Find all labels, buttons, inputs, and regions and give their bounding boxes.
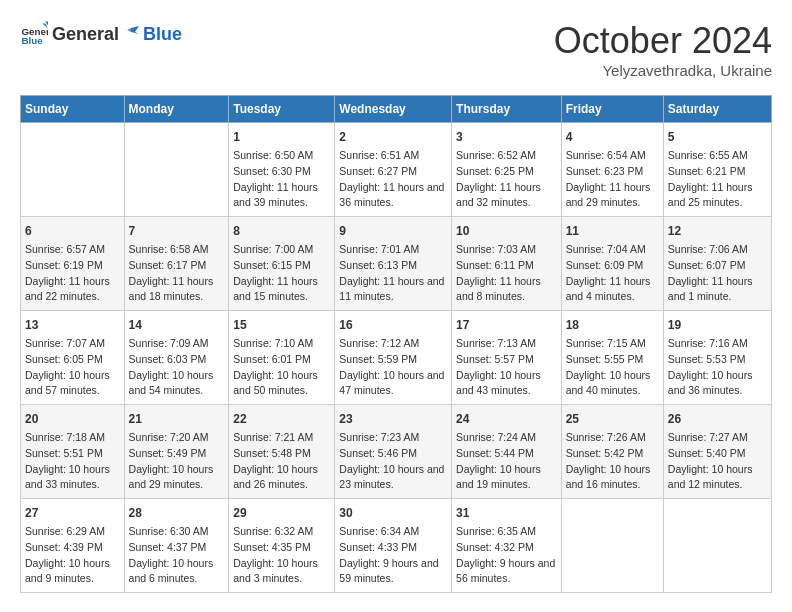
day-of-week-header: Sunday: [21, 96, 125, 123]
cell-text: Sunset: 5:53 PM: [668, 352, 767, 368]
calendar-cell: 1Sunrise: 6:50 AMSunset: 6:30 PMDaylight…: [229, 123, 335, 217]
cell-text: Daylight: 10 hours and 33 minutes.: [25, 462, 120, 494]
cell-text: Sunrise: 7:06 AM: [668, 242, 767, 258]
cell-text: Daylight: 11 hours and 36 minutes.: [339, 180, 447, 212]
cell-text: Sunset: 6:23 PM: [566, 164, 659, 180]
calendar-cell: 30Sunrise: 6:34 AMSunset: 4:33 PMDayligh…: [335, 499, 452, 593]
day-number: 30: [339, 504, 447, 522]
cell-text: Sunrise: 7:23 AM: [339, 430, 447, 446]
day-number: 24: [456, 410, 557, 428]
cell-text: Sunrise: 7:16 AM: [668, 336, 767, 352]
cell-text: Sunrise: 7:12 AM: [339, 336, 447, 352]
cell-text: Daylight: 10 hours and 50 minutes.: [233, 368, 330, 400]
calendar-cell: 13Sunrise: 7:07 AMSunset: 6:05 PMDayligh…: [21, 311, 125, 405]
cell-text: Sunrise: 6:52 AM: [456, 148, 557, 164]
svg-text:Blue: Blue: [21, 35, 43, 46]
cell-text: Sunset: 6:15 PM: [233, 258, 330, 274]
cell-text: Sunset: 4:32 PM: [456, 540, 557, 556]
day-number: 11: [566, 222, 659, 240]
calendar-cell: 4Sunrise: 6:54 AMSunset: 6:23 PMDaylight…: [561, 123, 663, 217]
cell-text: Sunset: 6:27 PM: [339, 164, 447, 180]
cell-text: Daylight: 10 hours and 54 minutes.: [129, 368, 225, 400]
day-number: 9: [339, 222, 447, 240]
cell-text: Sunrise: 7:26 AM: [566, 430, 659, 446]
cell-text: Sunset: 5:55 PM: [566, 352, 659, 368]
day-number: 13: [25, 316, 120, 334]
calendar-cell: 8Sunrise: 7:00 AMSunset: 6:15 PMDaylight…: [229, 217, 335, 311]
cell-text: Sunrise: 6:58 AM: [129, 242, 225, 258]
day-number: 7: [129, 222, 225, 240]
cell-text: Sunset: 6:21 PM: [668, 164, 767, 180]
cell-text: Daylight: 11 hours and 11 minutes.: [339, 274, 447, 306]
day-number: 27: [25, 504, 120, 522]
calendar-cell: 9Sunrise: 7:01 AMSunset: 6:13 PMDaylight…: [335, 217, 452, 311]
day-number: 31: [456, 504, 557, 522]
cell-text: Sunrise: 6:57 AM: [25, 242, 120, 258]
title-block: October 2024 Yelyzavethradka, Ukraine: [554, 20, 772, 79]
day-of-week-header: Tuesday: [229, 96, 335, 123]
calendar-cell: 15Sunrise: 7:10 AMSunset: 6:01 PMDayligh…: [229, 311, 335, 405]
cell-text: Sunrise: 7:07 AM: [25, 336, 120, 352]
calendar-cell: [663, 499, 771, 593]
cell-text: Sunrise: 7:01 AM: [339, 242, 447, 258]
cell-text: Sunset: 5:40 PM: [668, 446, 767, 462]
cell-text: Sunrise: 7:21 AM: [233, 430, 330, 446]
calendar-cell: 14Sunrise: 7:09 AMSunset: 6:03 PMDayligh…: [124, 311, 229, 405]
calendar-header-row: SundayMondayTuesdayWednesdayThursdayFrid…: [21, 96, 772, 123]
cell-text: Sunrise: 7:00 AM: [233, 242, 330, 258]
logo-icon: General Blue: [20, 20, 48, 48]
cell-text: Sunrise: 6:54 AM: [566, 148, 659, 164]
cell-text: Sunrise: 6:55 AM: [668, 148, 767, 164]
calendar-cell: 25Sunrise: 7:26 AMSunset: 5:42 PMDayligh…: [561, 405, 663, 499]
day-of-week-header: Saturday: [663, 96, 771, 123]
logo-general-text: General: [52, 24, 119, 45]
calendar-cell: 16Sunrise: 7:12 AMSunset: 5:59 PMDayligh…: [335, 311, 452, 405]
cell-text: Sunrise: 7:03 AM: [456, 242, 557, 258]
cell-text: Daylight: 11 hours and 29 minutes.: [566, 180, 659, 212]
day-number: 28: [129, 504, 225, 522]
day-number: 18: [566, 316, 659, 334]
cell-text: Sunrise: 7:18 AM: [25, 430, 120, 446]
cell-text: Sunset: 6:01 PM: [233, 352, 330, 368]
page-header: General Blue General Blue October 2024 Y…: [20, 20, 772, 79]
calendar-cell: 29Sunrise: 6:32 AMSunset: 4:35 PMDayligh…: [229, 499, 335, 593]
cell-text: Sunset: 6:13 PM: [339, 258, 447, 274]
day-of-week-header: Monday: [124, 96, 229, 123]
cell-text: Daylight: 10 hours and 16 minutes.: [566, 462, 659, 494]
day-number: 14: [129, 316, 225, 334]
calendar-cell: 23Sunrise: 7:23 AMSunset: 5:46 PMDayligh…: [335, 405, 452, 499]
cell-text: Daylight: 11 hours and 39 minutes.: [233, 180, 330, 212]
cell-text: Sunset: 5:48 PM: [233, 446, 330, 462]
cell-text: Sunrise: 6:34 AM: [339, 524, 447, 540]
cell-text: Sunrise: 6:51 AM: [339, 148, 447, 164]
cell-text: Daylight: 11 hours and 25 minutes.: [668, 180, 767, 212]
logo-blue-text: Blue: [143, 24, 182, 45]
cell-text: Daylight: 10 hours and 23 minutes.: [339, 462, 447, 494]
calendar-week-row: 20Sunrise: 7:18 AMSunset: 5:51 PMDayligh…: [21, 405, 772, 499]
cell-text: Daylight: 10 hours and 57 minutes.: [25, 368, 120, 400]
cell-text: Daylight: 11 hours and 1 minute.: [668, 274, 767, 306]
cell-text: Daylight: 10 hours and 43 minutes.: [456, 368, 557, 400]
cell-text: Sunset: 6:17 PM: [129, 258, 225, 274]
calendar-week-row: 27Sunrise: 6:29 AMSunset: 4:39 PMDayligh…: [21, 499, 772, 593]
calendar-cell: [21, 123, 125, 217]
cell-text: Daylight: 10 hours and 12 minutes.: [668, 462, 767, 494]
cell-text: Daylight: 10 hours and 3 minutes.: [233, 556, 330, 588]
day-of-week-header: Wednesday: [335, 96, 452, 123]
calendar-week-row: 13Sunrise: 7:07 AMSunset: 6:05 PMDayligh…: [21, 311, 772, 405]
cell-text: Sunset: 6:07 PM: [668, 258, 767, 274]
cell-text: Daylight: 10 hours and 6 minutes.: [129, 556, 225, 588]
cell-text: Daylight: 11 hours and 32 minutes.: [456, 180, 557, 212]
cell-text: Daylight: 11 hours and 18 minutes.: [129, 274, 225, 306]
calendar-cell: 3Sunrise: 6:52 AMSunset: 6:25 PMDaylight…: [452, 123, 562, 217]
day-number: 5: [668, 128, 767, 146]
cell-text: Daylight: 10 hours and 9 minutes.: [25, 556, 120, 588]
cell-text: Sunrise: 6:50 AM: [233, 148, 330, 164]
cell-text: Sunrise: 6:29 AM: [25, 524, 120, 540]
cell-text: Sunrise: 7:20 AM: [129, 430, 225, 446]
cell-text: Sunset: 4:33 PM: [339, 540, 447, 556]
cell-text: Daylight: 10 hours and 36 minutes.: [668, 368, 767, 400]
calendar-cell: 12Sunrise: 7:06 AMSunset: 6:07 PMDayligh…: [663, 217, 771, 311]
day-number: 15: [233, 316, 330, 334]
cell-text: Sunset: 6:11 PM: [456, 258, 557, 274]
